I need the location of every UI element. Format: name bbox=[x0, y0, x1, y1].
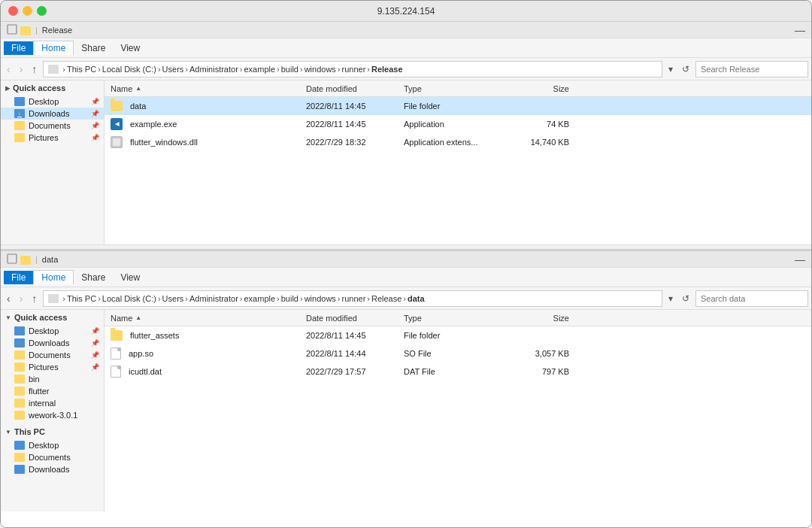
panel1-tab-home[interactable]: Home bbox=[33, 41, 74, 55]
panel2-minimize-btn[interactable]: — bbox=[795, 253, 805, 266]
panel2-thispc-documents[interactable]: Documents bbox=[1, 451, 104, 463]
panel1-sidebar-documents[interactable]: Documents 📌 bbox=[1, 120, 104, 132]
panel2-forward-btn[interactable]: › bbox=[17, 292, 26, 305]
panel1-tab-share[interactable]: Share bbox=[74, 41, 113, 55]
panel1-documents-label: Documents bbox=[29, 121, 71, 130]
panel1-documents-icon bbox=[14, 121, 25, 130]
panel2-sidebar-pictures[interactable]: Pictures 📌 bbox=[1, 361, 104, 373]
panel1-downloads-label: Downloads bbox=[29, 109, 69, 118]
panel1-quick-access-label: Quick access bbox=[13, 83, 65, 93]
panel2-thispc-label: This PC bbox=[14, 427, 45, 436]
panel1-col-size[interactable]: Size bbox=[509, 84, 569, 93]
panel2-col-date[interactable]: Date modified bbox=[306, 314, 404, 323]
panel2-up-btn[interactable]: ↑ bbox=[29, 292, 40, 305]
panel1-scrollbar[interactable] bbox=[1, 244, 811, 249]
panel-data: | data — File Home Share View ‹ › ↑ › Th… bbox=[1, 251, 811, 528]
panel1-tab-file[interactable]: File bbox=[4, 41, 33, 55]
panel2-path-dropdown-btn[interactable]: ▾ bbox=[665, 292, 676, 305]
panel1-up-btn[interactable]: ↑ bbox=[29, 62, 40, 76]
panel1-col-name[interactable]: Name ▲ bbox=[111, 84, 306, 93]
panel1-pictures-pin: 📌 bbox=[91, 134, 99, 141]
panel2-thispc-title[interactable]: ▼ This PC bbox=[1, 424, 104, 439]
panel2-file-icon-appso bbox=[111, 347, 121, 360]
panel2-file-row-icudtl[interactable]: icudtl.dat 2022/7/29 17:57 DAT File 797 … bbox=[105, 363, 811, 381]
panel2-title-text: data bbox=[42, 255, 58, 264]
panel2-documents-label: Documents bbox=[29, 350, 71, 360]
panel1-back-btn[interactable]: ‹ bbox=[4, 62, 14, 76]
panel1-pictures-label: Pictures bbox=[29, 133, 59, 142]
panel1-sidebar-downloads[interactable]: ↓ Downloads 📌 bbox=[1, 108, 104, 120]
minimize-button[interactable] bbox=[23, 6, 32, 16]
panel1-title-separator: | bbox=[35, 26, 38, 35]
panel1-desktop-icon bbox=[14, 97, 25, 106]
panel2-file-list: Name ▲ Date modified Type Size flutter_a… bbox=[105, 310, 811, 511]
panel2-desktop-pin: 📌 bbox=[91, 327, 99, 335]
panel2-thispc-downloads[interactable]: Downloads bbox=[1, 463, 104, 475]
panel1-file-row-dll[interactable]: flutter_windows.dll 2022/7/29 18:32 Appl… bbox=[105, 133, 811, 151]
panel2-wework-icon bbox=[14, 411, 25, 420]
window-controls[interactable] bbox=[8, 6, 47, 16]
panel2-desktop-label: Desktop bbox=[29, 326, 59, 335]
panel2-sidebar-flutter[interactable]: flutter bbox=[1, 385, 104, 397]
panel2-refresh-btn[interactable]: ↺ bbox=[679, 292, 692, 305]
panel2-pictures-icon bbox=[14, 363, 25, 372]
panel2-quick-access-title[interactable]: ▼ Quick access bbox=[1, 310, 104, 325]
panel1-file-name-data: data bbox=[111, 101, 306, 111]
panel1-path-dropdown-btn[interactable]: ▾ bbox=[665, 62, 676, 76]
panel2-sidebar-wework[interactable]: wework-3.0.1 bbox=[1, 409, 104, 421]
panel2-sidebar-internal[interactable]: internal bbox=[1, 397, 104, 409]
panel2-back-btn[interactable]: ‹ bbox=[4, 292, 14, 305]
panel2-search-input[interactable] bbox=[695, 290, 808, 307]
svg-rect-1 bbox=[112, 138, 121, 147]
panel2-file-row-appso[interactable]: app.so 2022/8/11 14:44 SO File 3,057 KB bbox=[105, 344, 811, 363]
panel1-address-bar: ‹ › ↑ › This PC › Local Disk (C:) › User… bbox=[1, 58, 811, 80]
panel2-thispc-downloads-label: Downloads bbox=[29, 465, 69, 474]
panel2-tab-share[interactable]: Share bbox=[74, 271, 113, 284]
panel1-refresh-btn[interactable]: ↺ bbox=[679, 62, 692, 76]
panel2-col-name[interactable]: Name ▲ bbox=[111, 314, 306, 323]
panel2-address-bar: ‹ › ↑ › This PC › Local Disk (C:) › User… bbox=[1, 287, 811, 310]
panel1-file-row-exe[interactable]: ◀ example.exe 2022/8/11 14:45 Applicatio… bbox=[105, 115, 811, 133]
panel2-folder-small-icon bbox=[20, 256, 31, 265]
panel1-tab-view[interactable]: View bbox=[113, 41, 147, 55]
close-button[interactable] bbox=[8, 6, 18, 16]
panel2-tab-file[interactable]: File bbox=[4, 271, 33, 284]
panel2-explorer-body: ▼ Quick access Desktop 📌 Downloads 📌 Doc… bbox=[1, 310, 811, 511]
panel2-sidebar-downloads[interactable]: Downloads 📌 bbox=[1, 337, 104, 349]
panel-release: | Release — File Home Share View ‹ › ↑ ›… bbox=[1, 22, 811, 251]
panel2-thispc-desktop[interactable]: Desktop bbox=[1, 439, 104, 451]
panel2-file-row-flutter-assets[interactable]: flutter_assets 2022/8/11 14:45 File fold… bbox=[105, 326, 811, 344]
maximize-button[interactable] bbox=[37, 6, 47, 16]
panel2-col-type[interactable]: Type bbox=[404, 314, 509, 323]
panel2-address-path[interactable]: › This PC › Local Disk (C:) › Users › Ad… bbox=[43, 290, 662, 307]
panel2-wework-label: wework-3.0.1 bbox=[29, 411, 77, 420]
panel1-col-date[interactable]: Date modified bbox=[306, 84, 404, 93]
panel1-search-input[interactable] bbox=[695, 61, 808, 77]
panel2-downloads-icon bbox=[14, 338, 25, 347]
panel2-downloads-label: Downloads bbox=[29, 338, 69, 347]
panel1-address-path[interactable]: › This PC › Local Disk (C:) › Users › Ad… bbox=[43, 61, 662, 77]
panel1-documents-pin: 📌 bbox=[91, 122, 99, 129]
svg-rect-0 bbox=[8, 25, 17, 34]
panel2-flutter-label: flutter bbox=[29, 387, 50, 396]
panel2-sidebar-bin[interactable]: bin bbox=[1, 373, 104, 385]
panel1-col-type[interactable]: Type bbox=[404, 84, 509, 93]
panel1-sidebar-pictures[interactable]: Pictures 📌 bbox=[1, 132, 104, 144]
panel1-sort-arrow: ▲ bbox=[135, 85, 141, 92]
panel2-sidebar-documents[interactable]: Documents 📌 bbox=[1, 349, 104, 361]
panel2-tab-home[interactable]: Home bbox=[33, 270, 74, 284]
panel2-tab-view[interactable]: View bbox=[113, 271, 147, 284]
panel1-minimize-btn[interactable]: — bbox=[795, 24, 805, 36]
panel2-bin-label: bin bbox=[29, 375, 40, 384]
panel1-title-bar: | Release — bbox=[1, 22, 811, 38]
panel1-sidebar-desktop[interactable]: Desktop 📌 bbox=[1, 96, 104, 108]
panel1-quick-access-title[interactable]: ▶ Quick access bbox=[1, 80, 104, 96]
panel1-downloads-icon: ↓ bbox=[14, 109, 25, 118]
panel2-folder-icon bbox=[7, 253, 17, 266]
panel1-exe-icon: ◀ bbox=[111, 118, 123, 130]
window-title: 9.135.224.154 bbox=[377, 6, 435, 17]
panel1-forward-btn[interactable]: › bbox=[17, 62, 26, 76]
panel2-col-size[interactable]: Size bbox=[509, 314, 569, 323]
panel2-sidebar-desktop[interactable]: Desktop 📌 bbox=[1, 325, 104, 337]
panel1-file-row-data[interactable]: data 2022/8/11 14:45 File folder bbox=[105, 97, 811, 115]
